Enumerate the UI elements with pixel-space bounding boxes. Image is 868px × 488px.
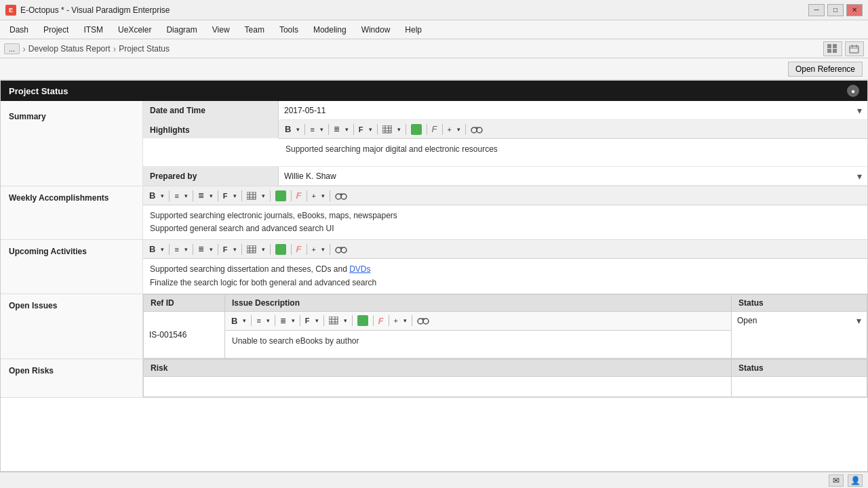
ua-font-arrow[interactable]: ▾ xyxy=(231,245,239,253)
table-arrow[interactable]: ▾ xyxy=(395,125,403,134)
dvds-link[interactable]: DVDs xyxy=(349,264,370,274)
wa-green-button[interactable] xyxy=(273,190,288,202)
iss-font-arrow[interactable]: ▾ xyxy=(313,317,321,325)
iss-green-button[interactable] xyxy=(355,314,370,327)
italic-f-button[interactable]: F xyxy=(430,123,439,135)
wa-sep2 xyxy=(193,190,193,201)
wa-table-arrow[interactable]: ▾ xyxy=(260,192,267,200)
menu-help[interactable]: Help xyxy=(398,23,429,37)
list-arrow[interactable]: ▾ xyxy=(343,125,351,134)
ua-bold-button[interactable]: B xyxy=(147,243,157,255)
bold-arrow[interactable]: ▾ xyxy=(294,125,302,134)
green-icon-button[interactable] xyxy=(409,123,424,136)
wa-align-arrow[interactable]: ▾ xyxy=(182,192,190,200)
ua-list-arrow[interactable]: ▾ xyxy=(208,245,215,253)
iss-bold-arrow[interactable]: ▾ xyxy=(241,317,248,325)
plus-arrow[interactable]: ▾ xyxy=(455,125,462,134)
open-reference-button[interactable]: Open Reference xyxy=(788,62,863,77)
iss-bold-button[interactable]: B xyxy=(229,315,239,327)
ua-table-button[interactable] xyxy=(245,245,258,254)
ua-italic-f-button[interactable]: F xyxy=(294,243,304,255)
ua-plus-button[interactable]: + xyxy=(310,245,318,254)
prepared-by-arrow[interactable]: ▾ xyxy=(857,171,862,182)
issue-desc-body[interactable]: Unable to search eBooks by author xyxy=(225,331,731,358)
align-button[interactable]: ≡ xyxy=(308,125,316,134)
risks-empty-row xyxy=(144,376,867,396)
ua-bold-arrow[interactable]: ▾ xyxy=(159,245,166,253)
menu-project[interactable]: Project xyxy=(37,23,75,37)
iss-align-button[interactable]: ≡ xyxy=(254,316,262,325)
wa-bold-arrow[interactable]: ▾ xyxy=(159,192,166,200)
wa-bold-button[interactable]: B xyxy=(147,190,157,201)
grid-view-button[interactable] xyxy=(823,41,842,56)
minimize-button[interactable]: ─ xyxy=(808,4,825,16)
issues-status-arrow[interactable]: ▾ xyxy=(856,315,861,326)
weekly-body[interactable]: Supported searching electronic journals,… xyxy=(143,205,867,239)
ua-sep3 xyxy=(218,244,218,255)
ua-plus-arrow[interactable]: ▾ xyxy=(319,245,327,253)
wa-plus-arrow[interactable]: ▾ xyxy=(319,192,327,200)
menu-modeling[interactable]: Modeling xyxy=(307,23,353,37)
menu-team[interactable]: Team xyxy=(238,23,271,37)
highlights-body[interactable]: Supported searching major digital and el… xyxy=(279,139,867,166)
wa-font-arrow[interactable]: ▾ xyxy=(231,192,239,200)
prepared-by-value[interactable]: Willie K. Shaw ▾ xyxy=(279,167,867,185)
iss-table-button[interactable] xyxy=(327,316,340,325)
iss-plus-button[interactable]: + xyxy=(392,316,400,325)
ua-align-button[interactable]: ≡ xyxy=(172,245,180,254)
close-button[interactable]: ✕ xyxy=(846,4,863,16)
mail-icon[interactable]: ✉ xyxy=(829,474,844,487)
menu-window[interactable]: Window xyxy=(355,23,397,37)
wa-italic-f-button[interactable]: F xyxy=(294,190,304,201)
iss-list-arrow[interactable]: ▾ xyxy=(290,317,297,325)
menu-uexceler[interactable]: UeXceler xyxy=(111,23,158,37)
wa-binocs-button[interactable] xyxy=(333,190,349,201)
iss-sep8 xyxy=(412,315,412,326)
menu-view[interactable]: View xyxy=(205,23,237,37)
menu-diagram[interactable]: Diagram xyxy=(159,23,203,37)
breadcrumb-develop-status[interactable]: Develop Status Report xyxy=(28,44,111,54)
menu-itsm[interactable]: ITSM xyxy=(77,23,110,37)
wa-plus-button[interactable]: + xyxy=(310,191,318,201)
wa-font-button[interactable]: F xyxy=(221,191,230,201)
section-settings-icon[interactable]: ● xyxy=(847,85,859,97)
iss-align-arrow[interactable]: ▾ xyxy=(264,317,272,325)
weekly-line1: Supported searching electronic journals,… xyxy=(150,209,861,222)
wa-list-button[interactable]: ≣ xyxy=(196,190,206,201)
window-controls[interactable]: ─ □ ✕ xyxy=(808,4,863,16)
ua-binocs-button[interactable] xyxy=(333,244,349,255)
date-time-value[interactable]: 2017-05-11 ▾ xyxy=(279,101,867,119)
iss-binocs-button[interactable] xyxy=(415,315,431,326)
breadcrumb-project-status[interactable]: Project Status xyxy=(119,44,170,54)
maximize-button[interactable]: □ xyxy=(827,4,844,16)
iss-list-button[interactable]: ≣ xyxy=(278,316,288,326)
iss-font-button[interactable]: F xyxy=(303,316,312,325)
main-content[interactable]: Project Status ● Summary Date and Time 2… xyxy=(0,80,868,472)
ua-list-button[interactable]: ≣ xyxy=(196,244,206,254)
ua-font-button[interactable]: F xyxy=(221,245,230,254)
breadcrumb-more-button[interactable]: ... xyxy=(4,43,20,54)
align-arrow[interactable]: ▾ xyxy=(318,125,326,134)
calendar-view-button[interactable] xyxy=(845,41,864,56)
upcoming-body[interactable]: Supported searching dissertation and the… xyxy=(143,259,867,293)
ua-green-button[interactable] xyxy=(273,243,288,256)
wa-list-arrow[interactable]: ▾ xyxy=(208,192,215,200)
bold-button[interactable]: B xyxy=(283,123,293,135)
menu-dash[interactable]: Dash xyxy=(3,23,35,37)
date-time-arrow[interactable]: ▾ xyxy=(857,105,862,116)
iss-plus-arrow[interactable]: ▾ xyxy=(401,317,409,325)
wa-align-button[interactable]: ≡ xyxy=(172,191,180,201)
menu-tools[interactable]: Tools xyxy=(273,23,305,37)
iss-italic-f-button[interactable]: F xyxy=(376,315,386,327)
user-icon[interactable]: 👤 xyxy=(848,474,863,487)
wa-table-button[interactable] xyxy=(245,191,258,201)
font-button[interactable]: F xyxy=(357,125,366,134)
list-button[interactable]: ≣ xyxy=(332,124,342,134)
plus-button[interactable]: + xyxy=(446,125,454,134)
ua-table-arrow[interactable]: ▾ xyxy=(260,245,267,253)
font-arrow[interactable]: ▾ xyxy=(367,125,374,134)
ua-align-arrow[interactable]: ▾ xyxy=(182,245,190,253)
binocs-button[interactable] xyxy=(469,124,485,135)
iss-table-arrow[interactable]: ▾ xyxy=(342,317,349,325)
table-button[interactable] xyxy=(380,125,394,134)
